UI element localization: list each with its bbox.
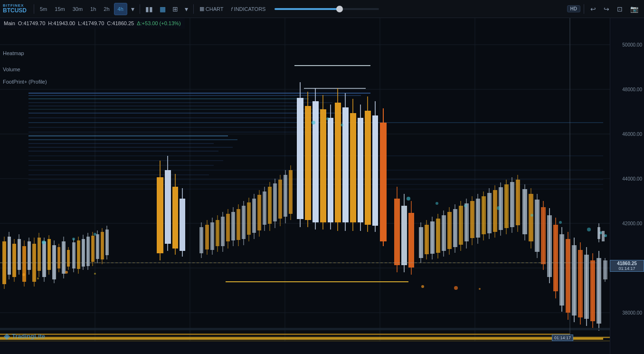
chart-label: CHART [206, 6, 224, 12]
svg-point-237 [326, 117, 329, 120]
separator-1 [34, 4, 34, 14]
ohlc-open: O:41749.70 [18, 20, 46, 26]
svg-point-230 [421, 285, 424, 288]
indicators-label: INDICATORS [234, 6, 266, 12]
chart-type-expand-icon[interactable]: ▾ [182, 4, 191, 14]
slider-fill [275, 8, 339, 10]
chart-container: 50000.00 48000.00 46000.00 44000.00 4200… [0, 18, 644, 354]
svg-point-236 [312, 121, 315, 124]
tf-1h-button[interactable]: 1h [87, 3, 99, 15]
brightness-slider[interactable] [275, 8, 379, 10]
ohlc-main-label: Main [4, 20, 15, 26]
svg-point-238 [341, 124, 343, 126]
ohlc-high: H:41943.00 [48, 20, 75, 26]
grid-icon[interactable]: ⊞ [170, 4, 181, 14]
crosshair-time: 01:14:17 [612, 266, 642, 271]
brand: BITFINEX BTCUSD [3, 4, 28, 14]
brightness-slider-wrap [270, 8, 566, 10]
svg-point-241 [464, 204, 467, 207]
svg-point-227 [37, 277, 39, 279]
svg-point-240 [436, 202, 438, 205]
svg-point-239 [407, 197, 410, 201]
price-50000: 50000.00 [622, 42, 642, 48]
tf-expand-icon[interactable]: ▾ [128, 4, 137, 14]
svg-point-226 [22, 273, 25, 276]
redo-icon[interactable]: ↪ [601, 4, 612, 14]
bar-chart-icon[interactable]: ▮▮ [142, 4, 156, 14]
price-42000: 42000.00 [622, 221, 642, 226]
svg-rect-252 [0, 341, 610, 354]
camera-icon[interactable]: 📷 [627, 4, 641, 14]
svg-point-242 [497, 206, 501, 210]
svg-point-243 [530, 214, 533, 217]
tf-2h-button[interactable]: 2h [100, 3, 113, 15]
svg-point-229 [94, 273, 96, 275]
tf-30m-button[interactable]: 30m [69, 3, 86, 15]
price-axis: 50000.00 48000.00 46000.00 44000.00 4200… [610, 18, 644, 354]
toolbar-right: HD ↩ ↪ ⊡ 📷 [567, 4, 641, 14]
svg-point-232 [479, 288, 481, 290]
layout-icon[interactable]: ⊡ [614, 4, 625, 14]
indicators-button[interactable]: fINDICATORS [228, 3, 269, 15]
separator-3 [193, 4, 194, 14]
svg-rect-255 [0, 334, 570, 335]
svg-point-244 [559, 221, 562, 224]
crosshair-time-value: 01:14:17 [554, 335, 571, 340]
tf-4h-button[interactable]: 4h [114, 3, 127, 15]
svg-point-245 [587, 228, 591, 231]
ohlc-bar: Main O:41749.70 H:41943.00 L:41749.70 C:… [0, 18, 185, 29]
logo-text: TradingLite [12, 333, 45, 340]
svg-rect-250 [602, 231, 605, 241]
svg-point-231 [454, 286, 458, 290]
crosshair-time-box: 01:14:17 [552, 335, 573, 341]
current-price-value: 41860.25 [612, 261, 642, 266]
price-48000: 48000.00 [622, 87, 642, 92]
slider-thumb[interactable] [336, 6, 343, 12]
separator-2 [140, 4, 140, 14]
svg-rect-256 [0, 338, 603, 340]
chart-svg[interactable] [0, 18, 610, 354]
svg-rect-251 [0, 328, 610, 330]
undo-icon[interactable]: ↩ [587, 4, 599, 14]
heatmap-label: Heatmap [3, 50, 24, 56]
price-38000: 38000.00 [622, 310, 642, 316]
svg-point-234 [72, 238, 75, 240]
current-price-box: 41860.25 01:14:17 [610, 260, 644, 272]
ohlc-close: C:41860.25 [107, 20, 134, 26]
price-46000: 46000.00 [622, 132, 642, 137]
pair-label: BTCUSD [3, 8, 28, 14]
price-44000: 44000.00 [622, 176, 642, 182]
tradinglite-logo: ◈ TradingLite [4, 332, 45, 341]
tf-5m-button[interactable]: 5m [37, 3, 50, 15]
chart-button[interactable]: ▦CHART [196, 3, 227, 15]
svg-point-235 [94, 233, 96, 236]
toolbar: BITFINEX BTCUSD 5m 15m 30m 1h 2h 4h ▾ ▮▮… [0, 0, 644, 18]
footprint-label: FootPrint+ (Profile) [3, 79, 47, 85]
hd-badge[interactable]: HD [567, 5, 580, 12]
logo-icon: ◈ [4, 332, 9, 341]
separator-4 [584, 4, 584, 14]
candle-chart-icon[interactable]: ▦ [157, 4, 169, 14]
svg-point-233 [42, 240, 46, 244]
tf-15m-button[interactable]: 15m [51, 3, 68, 15]
svg-point-228 [65, 271, 68, 274]
ohlc-delta: Δ:+53.00 (+0.13%) [137, 20, 180, 26]
volume-label: Volume [3, 67, 20, 72]
ohlc-low: L:41749.70 [78, 20, 104, 26]
